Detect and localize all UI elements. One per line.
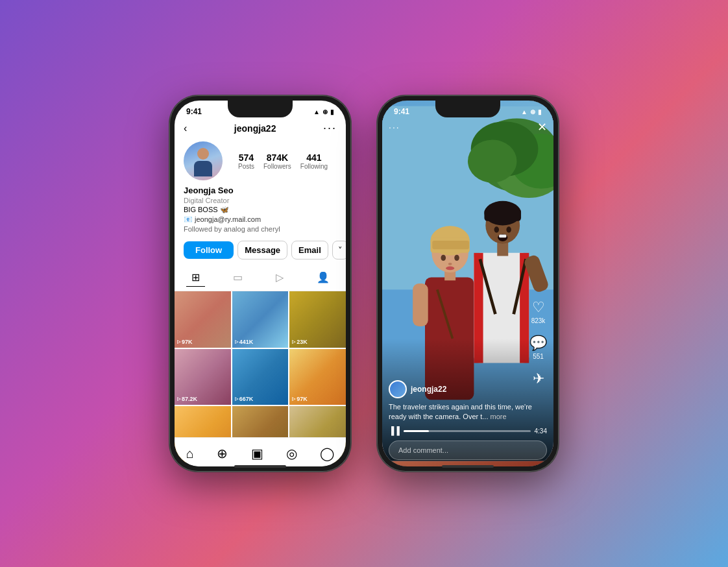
tab-tagged[interactable]: 👤 xyxy=(311,269,335,287)
reel-username: jeongja22 xyxy=(411,385,446,394)
svg-point-14 xyxy=(454,255,459,261)
svg-point-27 xyxy=(494,226,500,232)
profile-nav: ‹ jeongja22 ··· xyxy=(175,119,346,139)
tab-grid[interactable]: ⊞ xyxy=(186,269,205,287)
nav-home[interactable]: ⌂ xyxy=(184,444,197,464)
grid-views-3: ▷23K xyxy=(292,339,308,345)
svg-rect-26 xyxy=(484,209,521,221)
notch-1 xyxy=(228,101,293,117)
grid-views-1: ▷97K xyxy=(177,339,193,345)
caption-more[interactable]: more xyxy=(491,413,507,420)
grid-item-3[interactable]: ▷23K xyxy=(289,291,346,348)
avatar-image xyxy=(184,141,223,180)
bottom-nav: ⌂ ⊕ ▣ ◎ ◯ xyxy=(175,437,346,466)
tab-reels[interactable]: ▷ xyxy=(271,269,289,287)
bio-followed-by: Followed by analog and cheryl xyxy=(184,225,337,233)
home-indicator-2 xyxy=(442,465,494,468)
nav-profile[interactable]: ◯ xyxy=(317,443,337,464)
battery-icon-2: ▮ xyxy=(538,108,542,115)
progress-fill xyxy=(404,430,429,432)
reel-close-button[interactable]: ✕ xyxy=(537,120,547,134)
progress-bar-container: ▐▐ 4:34 xyxy=(389,426,547,435)
stat-posts: 574 Posts xyxy=(238,152,254,170)
nav-reels[interactable]: ▣ xyxy=(249,443,266,464)
reel-screen: 9:41 ▲ ⊛ ▮ ··· ✕ ♡ 823k 💬 xyxy=(382,101,553,466)
time-2: 9:41 xyxy=(394,107,409,116)
time-1: 9:41 xyxy=(186,107,202,116)
nav-shop[interactable]: ◎ xyxy=(284,443,300,464)
wifi-icon-2: ⊛ xyxy=(530,108,535,115)
followers-count: 874K xyxy=(263,152,291,163)
bio-name: Jeongja Seo xyxy=(184,186,337,195)
profile-bio: Jeongja Seo Digital Creator BIG BOSS 🦋 📧… xyxy=(175,186,346,238)
grid-item-5[interactable]: ▷667K xyxy=(232,349,289,405)
grid-views-6: ▷97K xyxy=(292,396,308,402)
more-button[interactable]: ˅ xyxy=(332,241,346,259)
nav-search[interactable]: ⊕ xyxy=(214,443,230,464)
svg-rect-17 xyxy=(413,284,428,326)
reel-more-button[interactable]: ··· xyxy=(389,122,400,132)
content-tabs: ⊞ ▭ ▷ 👤 xyxy=(175,265,346,291)
wifi-icon: ⊛ xyxy=(322,108,328,115)
grid-views-5: ▷667K xyxy=(235,396,254,402)
phone-2-screen: 9:41 ▲ ⊛ ▮ ··· ✕ ♡ 823k 💬 xyxy=(382,101,553,466)
svg-point-6 xyxy=(468,139,516,182)
reel-actions: ♡ 823k 💬 551 ✈ xyxy=(529,299,547,389)
comment-icon: 💬 xyxy=(529,335,547,352)
heart-icon: ♡ xyxy=(531,299,546,316)
like-action[interactable]: ♡ 823k xyxy=(531,299,546,324)
grid-item-6[interactable]: ▷97K xyxy=(289,349,346,405)
comment-input-container[interactable]: Add comment... xyxy=(389,440,547,460)
avatar xyxy=(184,141,223,180)
bio-email: 📧 jeongja@ry.mail.com xyxy=(184,215,337,224)
signal-icon-2: ▲ xyxy=(521,108,528,115)
caption-text: The traveler strikes again and this time… xyxy=(389,403,532,420)
profile-screen: 9:41 ▲ ⊛ ▮ ‹ jeongja22 ··· xyxy=(175,101,346,466)
following-label: Following xyxy=(300,163,328,170)
comment-placeholder: Add comment... xyxy=(398,446,448,454)
svg-point-15 xyxy=(448,263,452,265)
stat-following: 441 Following xyxy=(300,152,328,170)
email-button[interactable]: Email xyxy=(291,241,328,259)
avatar-body xyxy=(194,161,212,176)
profile-header: 574 Posts 874K Followers 441 Following xyxy=(175,139,346,186)
video-time: 4:34 xyxy=(535,428,547,435)
reel-user-info: jeongja22 xyxy=(389,380,547,398)
back-button[interactable]: ‹ xyxy=(184,123,187,134)
play-pause-button[interactable]: ▐▐ xyxy=(389,426,400,435)
followers-label: Followers xyxy=(263,163,291,170)
progress-bar[interactable] xyxy=(404,430,531,432)
grid-item-2[interactable]: ▷441K xyxy=(232,291,289,348)
reel-caption: The traveler strikes again and this time… xyxy=(389,402,547,421)
reel-avatar xyxy=(389,380,407,398)
svg-point-16 xyxy=(446,267,454,271)
svg-point-13 xyxy=(441,255,446,261)
more-options-button[interactable]: ··· xyxy=(323,121,337,135)
following-count: 441 xyxy=(300,152,328,163)
message-button[interactable]: Message xyxy=(237,241,287,259)
posts-count: 574 xyxy=(238,152,254,163)
svg-rect-30 xyxy=(499,235,506,238)
bio-role: Digital Creator xyxy=(184,197,337,204)
status-icons-2: ▲ ⊛ ▮ xyxy=(521,108,542,115)
grid-item-1[interactable]: ▷97K xyxy=(175,291,231,348)
stats-container: 574 Posts 874K Followers 441 Following xyxy=(229,152,337,170)
follow-button[interactable]: Follow xyxy=(184,241,234,259)
like-count: 823k xyxy=(531,317,546,324)
grid-item-4[interactable]: ▷87.2K xyxy=(175,349,231,405)
comment-action[interactable]: 💬 551 xyxy=(529,335,547,360)
svg-rect-12 xyxy=(432,241,469,249)
avatar-person xyxy=(192,148,214,180)
battery-icon: ▮ xyxy=(330,108,334,115)
status-icons-1: ▲ ⊛ ▮ xyxy=(313,108,334,115)
svg-point-28 xyxy=(506,226,511,232)
stat-followers: 874K Followers xyxy=(263,152,291,170)
action-buttons: Follow Message Email ˅ xyxy=(175,238,346,265)
tab-igtv[interactable]: ▭ xyxy=(228,269,248,287)
comment-count: 551 xyxy=(529,353,547,360)
signal-icon: ▲ xyxy=(313,108,320,115)
bio-text: BIG BOSS 🦋 xyxy=(184,206,337,214)
avatar-head xyxy=(197,148,209,160)
grid-views-2: ▷441K xyxy=(235,339,254,345)
profile-username-nav: jeongja22 xyxy=(234,123,276,134)
